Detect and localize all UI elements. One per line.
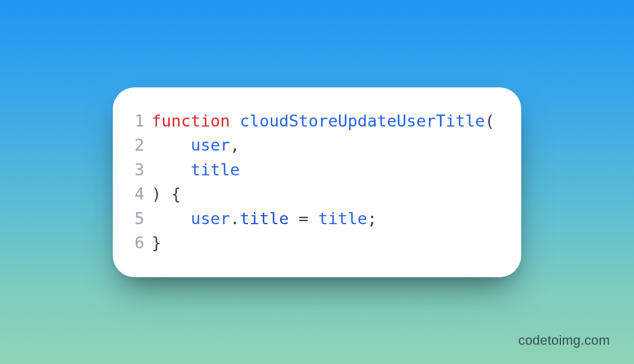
code-token: user [191,209,230,228]
code-token: ; [367,209,377,228]
line-content: user, [151,133,239,158]
code-token [308,209,318,228]
code-line: 1function cloudStoreUpdateUserTitle( [135,109,495,134]
code-token: . [230,209,239,228]
line-content: ) { [151,182,181,207]
code-token: title [191,160,239,179]
code-token [151,160,191,179]
code-token [151,209,191,228]
code-token [230,111,239,130]
line-content: user.title = title; [151,207,377,231]
code-line: 5 user.title = title; [135,207,495,231]
code-token: title [239,209,288,228]
line-content: title [151,158,239,183]
line-content: } [151,231,161,256]
code-token: { [171,184,181,203]
code-token: user [191,136,230,154]
code-block: 1function cloudStoreUpdateUserTitle(2 us… [135,109,495,256]
code-token: ( [485,111,495,130]
code-token: , [230,136,239,154]
line-content: function cloudStoreUpdateUserTitle( [151,109,495,134]
code-token: cloudStoreUpdateUserTitle [239,111,484,130]
line-number: 5 [135,207,151,231]
code-token [151,136,191,154]
code-token [161,184,171,203]
code-token: ) [151,184,161,203]
code-card: 1function cloudStoreUpdateUserTitle(2 us… [113,87,521,277]
line-number: 2 [135,133,151,158]
line-number: 1 [135,109,151,134]
code-line: 6} [135,231,495,256]
code-line: 4) { [135,182,495,207]
code-token: = [299,209,308,228]
branding-label: codetoimg.com [518,333,610,348]
code-token [289,209,299,228]
line-number: 6 [135,231,151,256]
code-token: function [151,111,230,130]
code-line: 2 user, [135,133,495,158]
code-token: } [151,233,161,252]
line-number: 4 [135,182,151,207]
line-number: 3 [135,158,151,183]
code-line: 3 title [135,158,495,183]
code-token: title [319,209,367,228]
